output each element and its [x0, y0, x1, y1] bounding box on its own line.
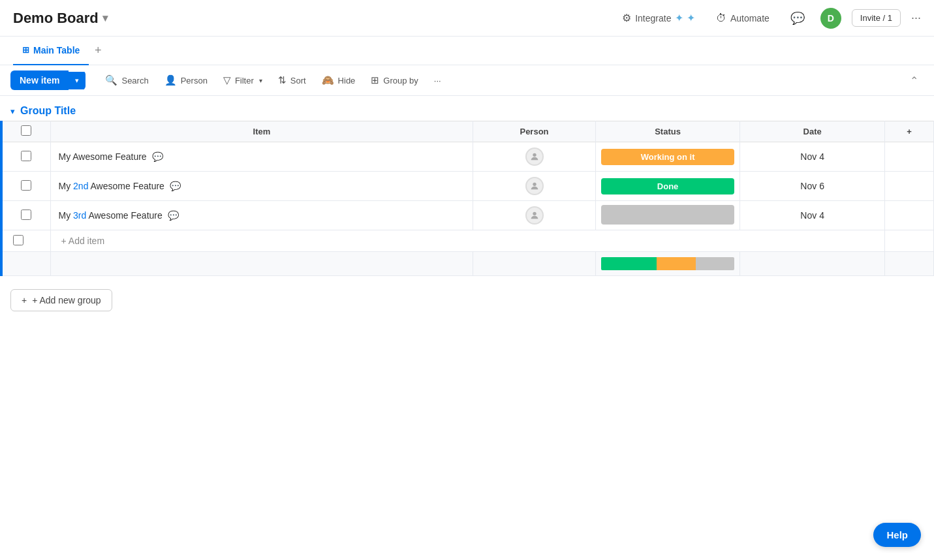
svg-point-1: [533, 183, 536, 186]
add-item-checkbox[interactable]: [13, 235, 23, 245]
board-title-text: Demo Board: [13, 10, 99, 27]
add-new-group-button[interactable]: + + Add new group: [10, 289, 112, 311]
sort-label: Sort: [290, 76, 306, 86]
new-item-dropdown-button[interactable]: ▾: [69, 72, 86, 89]
tabs-bar: ⊞ Main Table +: [0, 37, 934, 65]
group-by-label: Group by: [383, 76, 418, 86]
integrate-label: Integrate: [635, 13, 671, 23]
sort-button[interactable]: ⇅ Sort: [272, 70, 313, 90]
status-summary-bar: [601, 257, 735, 270]
comment-icon[interactable]: 💬: [170, 181, 181, 191]
row-person[interactable]: [473, 201, 596, 230]
header-add[interactable]: +: [884, 121, 933, 142]
row-checkbox-cell: [1, 172, 50, 201]
summary-empty-bar: [696, 257, 735, 270]
person-button[interactable]: 👤 Person: [158, 70, 214, 90]
summary-checkbox-cell: [1, 252, 50, 276]
comment-button[interactable]: 💬: [785, 8, 810, 28]
toolbar-right: ⌃: [905, 72, 924, 89]
person-icon: 👤: [164, 74, 177, 86]
row-date[interactable]: Nov 6: [740, 172, 885, 201]
filter-icon: ▽: [223, 74, 231, 86]
new-item-main-button[interactable]: New item: [10, 70, 69, 90]
collapse-button[interactable]: ⌃: [905, 72, 924, 89]
row-checkbox-cell: [1, 142, 50, 172]
person-avatar[interactable]: [525, 177, 544, 195]
add-column-icon: +: [907, 127, 912, 136]
row-item-name[interactable]: My Awesome Feature💬: [50, 142, 473, 172]
row-date[interactable]: Nov 4: [740, 201, 885, 230]
search-icon: 🔍: [105, 74, 117, 86]
header-right: ⚙ Integrate ✦ ✦ ⏱ Automate 💬 D Invite / …: [617, 8, 921, 29]
status-badge[interactable]: Working on it: [601, 149, 735, 165]
row-checkbox[interactable]: [21, 151, 31, 161]
comment-icon[interactable]: 💬: [168, 210, 179, 221]
row-person[interactable]: [473, 142, 596, 172]
hide-icon: 🙈: [322, 74, 334, 86]
tab-add-button[interactable]: +: [89, 42, 107, 60]
row-item-name[interactable]: My 2nd Awesome Feature💬: [50, 172, 473, 201]
row-checkbox[interactable]: [21, 180, 31, 191]
tab-home-icon: ⊞: [22, 45, 29, 55]
svg-point-0: [533, 153, 536, 157]
select-all-checkbox[interactable]: [21, 125, 31, 136]
search-label: Search: [121, 76, 148, 86]
group-header: ▾ Group Title: [0, 101, 934, 121]
filter-label: Filter: [235, 76, 254, 86]
add-item-extra: [884, 230, 933, 252]
integrate-icon: ⚙: [622, 12, 631, 24]
status-badge[interactable]: Done: [601, 178, 735, 194]
tab-main-table-label: Main Table: [33, 45, 80, 55]
avatar[interactable]: D: [820, 8, 841, 29]
automate-icon: ⏱: [716, 12, 726, 24]
search-button[interactable]: 🔍 Search: [99, 70, 155, 90]
header-status: Status: [595, 121, 740, 142]
summary-row: [1, 252, 934, 276]
summary-add-cell: [884, 252, 933, 276]
row-date[interactable]: Nov 4: [740, 142, 885, 172]
person-avatar[interactable]: [525, 206, 544, 225]
group-section: ▾ Group Title Item Person Status: [0, 101, 934, 276]
svg-point-2: [533, 212, 536, 215]
row-checkbox-cell: [1, 201, 50, 230]
main-table: Item Person Status Date +: [0, 121, 934, 276]
filter-button[interactable]: ▽ Filter ▾: [217, 70, 269, 90]
row-status[interactable]: Done: [595, 172, 740, 201]
table-header-row: Item Person Status Date +: [1, 121, 934, 142]
summary-item-cell: [50, 252, 473, 276]
integrate-extra-icons: ✦ ✦: [675, 12, 694, 24]
add-group-icon: +: [22, 295, 27, 305]
header-more-button[interactable]: ···: [911, 11, 921, 25]
person-label: Person: [181, 76, 208, 86]
row-add: [884, 142, 933, 172]
row-person[interactable]: [473, 172, 596, 201]
more-options-button[interactable]: ···: [428, 72, 448, 89]
row-item-name[interactable]: My 3rd Awesome Feature💬: [50, 201, 473, 230]
automate-label: Automate: [730, 13, 770, 23]
row-status[interactable]: [595, 201, 740, 230]
board-title[interactable]: Demo Board ▾: [13, 10, 108, 27]
new-item-button[interactable]: New item ▾: [10, 70, 86, 90]
add-group-label: + Add new group: [32, 295, 101, 305]
hide-label: Hide: [338, 76, 356, 86]
row-status[interactable]: Working on it: [595, 142, 740, 172]
filter-arrow-icon: ▾: [259, 77, 262, 84]
tab-add-icon: +: [95, 44, 102, 57]
table-row: My Awesome Feature💬Working on itNov 4: [1, 142, 934, 172]
hide-button[interactable]: 🙈 Hide: [315, 70, 362, 90]
comment-icon[interactable]: 💬: [152, 151, 163, 162]
group-title[interactable]: Group Title: [20, 105, 76, 117]
status-badge[interactable]: [601, 205, 735, 225]
automate-button[interactable]: ⏱ Automate: [711, 10, 775, 27]
integrate-button[interactable]: ⚙ Integrate ✦ ✦: [617, 9, 700, 27]
row-checkbox[interactable]: [21, 210, 31, 220]
add-item-label[interactable]: + Add item: [50, 230, 884, 252]
toolbar: New item ▾ 🔍 Search 👤 Person ▽ Filter ▾ …: [0, 65, 934, 96]
header-date: Date: [740, 121, 885, 142]
invite-button[interactable]: Invite / 1: [852, 9, 901, 27]
group-chevron-icon[interactable]: ▾: [10, 106, 15, 116]
group-by-button[interactable]: ⊞ Group by: [364, 70, 424, 90]
add-item-row[interactable]: + Add item: [1, 230, 934, 252]
tab-main-table[interactable]: ⊞ Main Table: [13, 37, 89, 65]
person-avatar[interactable]: [525, 148, 544, 166]
